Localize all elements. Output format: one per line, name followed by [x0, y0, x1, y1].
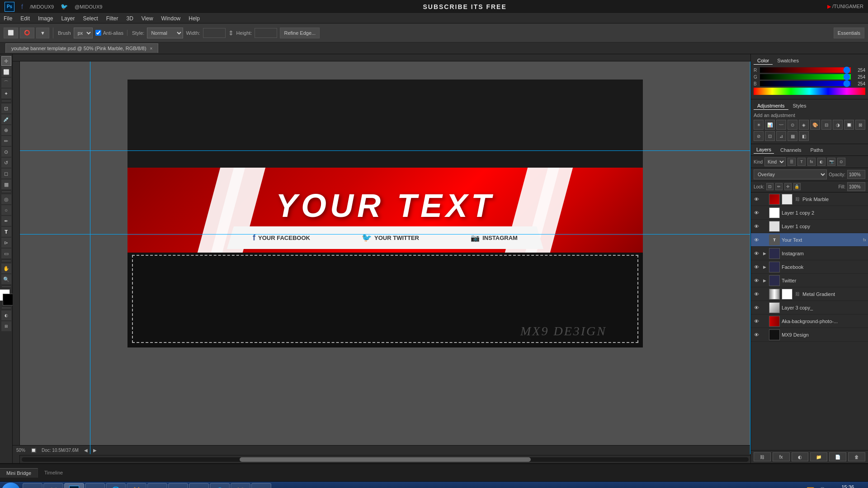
- delete-layer-btn[interactable]: 🗑: [848, 452, 865, 461]
- menu-file[interactable]: File: [4, 15, 12, 22]
- menu-filter[interactable]: Filter: [106, 15, 118, 22]
- new-group-btn[interactable]: 📁: [810, 452, 827, 461]
- tool-move[interactable]: ✛: [1, 56, 11, 66]
- eye-your-text[interactable]: 👁: [753, 236, 760, 244]
- taskbar-game[interactable]: 🎮: [251, 483, 271, 488]
- tool-lasso[interactable]: ⌒: [1, 78, 11, 88]
- scrollbar-bottom[interactable]: [20, 455, 750, 463]
- eye-layer3c[interactable]: 👁: [753, 304, 760, 311]
- kind-select[interactable]: Kind: [764, 157, 786, 166]
- tool-crop[interactable]: ⊡: [1, 103, 11, 113]
- layer-pink-marble[interactable]: 👁 ⛓ Pink Marble: [751, 192, 868, 206]
- add-style-btn[interactable]: fx: [773, 452, 790, 461]
- tool-hand[interactable]: ✋: [1, 263, 11, 273]
- menu-3d[interactable]: 3D: [126, 15, 133, 22]
- tool-pen[interactable]: ✒: [1, 216, 11, 226]
- menu-image[interactable]: Image: [38, 15, 53, 22]
- expand-instagram[interactable]: ▶: [762, 250, 767, 257]
- layers-filter-btn1[interactable]: ☰: [788, 158, 796, 166]
- layers-filter-btn2[interactable]: T: [797, 158, 806, 166]
- adj-invert[interactable]: ⊘: [754, 131, 764, 141]
- layer-metal-gradient[interactable]: 👁 ⛓ Metal Gradient: [751, 287, 868, 301]
- taskbar-ie[interactable]: e: [23, 483, 42, 488]
- lock-image[interactable]: ✏: [775, 183, 783, 190]
- lock-all[interactable]: 🔒: [793, 183, 801, 190]
- fill-input[interactable]: [847, 182, 865, 191]
- eye-pink-marble[interactable]: 👁: [753, 196, 760, 203]
- taskbar-wmp[interactable]: ▶: [85, 483, 105, 488]
- adj-vibrance[interactable]: ◈: [799, 120, 809, 130]
- refine-edge-button[interactable]: Refine Edge...: [280, 28, 320, 38]
- blue-slider[interactable]: [760, 81, 851, 86]
- adj-gradient-map[interactable]: ▦: [788, 131, 797, 141]
- quick-mask-icon[interactable]: ◐: [1, 310, 11, 320]
- tool-clone[interactable]: ⊙: [1, 147, 11, 157]
- tool-zoom[interactable]: 🔍: [1, 274, 11, 284]
- scroll-thumb[interactable]: [240, 457, 530, 462]
- eye-instagram[interactable]: 👁: [753, 250, 760, 257]
- expand-metal[interactable]: [762, 291, 767, 298]
- tool-dodge[interactable]: ○: [1, 205, 11, 215]
- tool-magic-wand[interactable]: ✦: [1, 89, 11, 99]
- tool-eraser[interactable]: ◻: [1, 169, 11, 178]
- adj-levels[interactable]: 📊: [765, 120, 775, 130]
- doc-size-arrow-next[interactable]: ▶: [93, 448, 97, 453]
- taskbar-files[interactable]: 📂: [231, 483, 250, 488]
- layers-filter-btn3[interactable]: fx: [807, 158, 816, 166]
- doc-tab-item[interactable]: youtube banner template.psd @ 50% (Pink …: [5, 43, 158, 53]
- menu-window[interactable]: Window: [161, 15, 181, 22]
- menu-edit[interactable]: Edit: [20, 15, 30, 22]
- expand-mx9[interactable]: [762, 331, 767, 338]
- adj-brightness[interactable]: ☀: [754, 120, 764, 130]
- swatches-tab[interactable]: Swatches: [774, 57, 802, 65]
- taskbar-ae[interactable]: Ae: [168, 483, 188, 488]
- menu-layer[interactable]: Layer: [61, 15, 75, 22]
- expand-twitter[interactable]: ▶: [762, 277, 767, 284]
- eye-metal[interactable]: 👁: [753, 291, 760, 298]
- width-input[interactable]: [203, 28, 226, 38]
- doc-close-button[interactable]: ×: [150, 46, 153, 51]
- expand-facebook[interactable]: ▶: [762, 263, 767, 271]
- taskbar-explorer[interactable]: 📁: [43, 483, 63, 488]
- adj-colorbalance[interactable]: ⊟: [821, 120, 831, 130]
- tool-history[interactable]: ↺: [1, 158, 11, 168]
- adj-selective[interactable]: ◧: [799, 131, 809, 141]
- lock-position[interactable]: ✛: [784, 183, 792, 190]
- tool-gradient[interactable]: ▦: [1, 179, 11, 189]
- expand-layer1c[interactable]: [762, 223, 767, 230]
- style-select[interactable]: Normal: [147, 28, 183, 38]
- tool-eyedropper[interactable]: 💉: [1, 114, 11, 124]
- adj-bw[interactable]: ◑: [833, 120, 843, 130]
- adj-exposure[interactable]: ⊙: [788, 120, 797, 130]
- color-tab[interactable]: Color: [754, 57, 773, 65]
- styles-tab[interactable]: Styles: [789, 102, 810, 110]
- adj-channel[interactable]: ⊠: [855, 120, 865, 130]
- expand-pink-marble[interactable]: [762, 196, 767, 203]
- anti-alias-checkbox[interactable]: [95, 30, 101, 36]
- eye-twitter[interactable]: 👁: [753, 277, 760, 284]
- tool-heal[interactable]: ⊕: [1, 125, 11, 135]
- tool-brush[interactable]: ✏: [1, 136, 11, 146]
- menu-select[interactable]: Select: [83, 15, 98, 22]
- add-mask-btn[interactable]: ◐: [792, 452, 809, 461]
- tool-path-select[interactable]: ⊳: [1, 238, 11, 248]
- layer-1-copy-2[interactable]: 👁 Layer 1 copy 2: [751, 206, 868, 220]
- tool-text[interactable]: T: [1, 227, 11, 237]
- tool-marquee-ellipse[interactable]: ⭕: [20, 28, 34, 38]
- mini-bridge-tab[interactable]: Mini Bridge: [0, 468, 38, 478]
- eye-layer1c2[interactable]: 👁: [753, 209, 760, 216]
- tool-marquee[interactable]: ⬜: [1, 67, 11, 77]
- tool-blur[interactable]: ◎: [1, 194, 11, 204]
- menu-help[interactable]: Help: [189, 15, 200, 22]
- layer-your-text[interactable]: 👁 T Your Text fx: [751, 233, 868, 247]
- channels-tab[interactable]: Channels: [778, 146, 804, 154]
- adj-threshold[interactable]: ⊿: [776, 131, 786, 141]
- essentials-button[interactable]: Essentials: [834, 28, 864, 38]
- eye-mx9[interactable]: 👁: [753, 331, 760, 338]
- start-button[interactable]: ⊞: [2, 483, 20, 488]
- height-input[interactable]: [255, 28, 277, 38]
- taskbar-skype[interactable]: S: [210, 483, 230, 488]
- lock-transparent[interactable]: ⊡: [766, 183, 774, 190]
- layers-filter-btn5[interactable]: 📷: [827, 158, 835, 166]
- paths-tab[interactable]: Paths: [808, 146, 826, 154]
